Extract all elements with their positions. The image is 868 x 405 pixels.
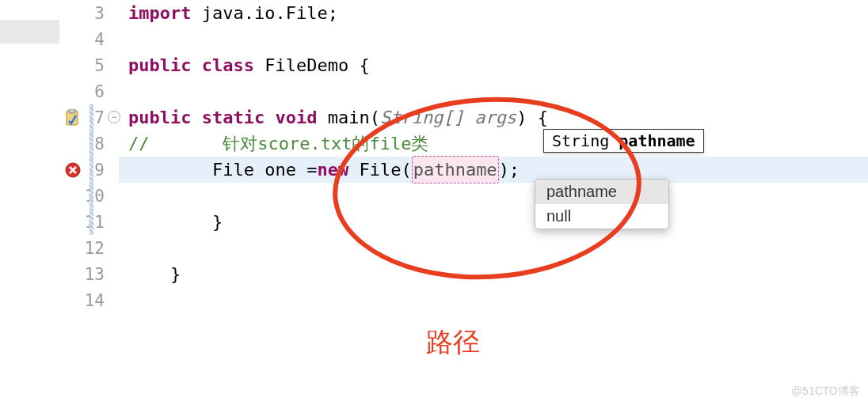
keyword: public (128, 104, 191, 131)
brace: } (128, 209, 223, 235)
line-number: 14 (81, 291, 105, 310)
gutter-row[interactable]: 9 (0, 157, 119, 183)
code-line[interactable] (119, 287, 868, 313)
autocomplete-popup[interactable]: pathname null (535, 179, 669, 229)
code-text: java.io.File; (191, 0, 337, 26)
code-line[interactable] (119, 26, 868, 52)
autocomplete-item[interactable]: pathname (535, 180, 668, 204)
keyword: public (128, 52, 191, 78)
line-number: 5 (81, 56, 105, 75)
gutter-row[interactable]: 5 (0, 52, 119, 78)
line-number: 13 (81, 265, 105, 284)
keyword: import (128, 0, 191, 26)
code-line[interactable] (119, 78, 868, 104)
parameter-info-tooltip: String pathname (543, 129, 704, 153)
code-line-active[interactable]: File one =new File(pathname); (119, 157, 868, 183)
method-name: main (317, 104, 369, 131)
gutter-row[interactable]: 14 (0, 287, 119, 313)
gutter-row[interactable]: 3 (0, 0, 119, 26)
selected-argument[interactable]: pathname (412, 156, 499, 184)
svg-rect-1 (69, 109, 75, 113)
code-area[interactable]: import java.io.File; public class FileDe… (119, 0, 868, 405)
gutter-row[interactable]: 4 (0, 26, 119, 52)
keyword: static (191, 104, 265, 131)
change-marker (89, 104, 93, 131)
code-line[interactable]: import java.io.File; (119, 0, 868, 26)
gutter-row[interactable]: 10 (0, 183, 119, 209)
brace: { (359, 52, 369, 78)
clipboard-icon (62, 104, 84, 131)
keyword: void (265, 104, 317, 131)
change-marker (89, 131, 93, 157)
tooltip-type: String (552, 131, 619, 150)
keyword: new (317, 157, 359, 183)
comment-slash: // (128, 131, 150, 157)
gutter-row[interactable]: 12 (0, 235, 119, 261)
keyword: class (191, 52, 253, 78)
line-number: 3 (81, 4, 105, 23)
error-icon[interactable] (62, 157, 84, 183)
code-line[interactable]: public static void main(String[] args) { (119, 104, 868, 131)
code-line[interactable] (119, 235, 868, 261)
comment-text: 针对score.txt的file类 (150, 131, 429, 157)
class-name: FileDemo (254, 52, 359, 78)
change-marker (89, 183, 93, 209)
code-line[interactable]: } (119, 209, 868, 235)
code-line[interactable]: } (119, 261, 868, 287)
gutter-row[interactable]: 13 (0, 261, 119, 287)
brace: { (538, 104, 548, 131)
gutter-row[interactable]: 11 (0, 209, 119, 235)
annotation-label: 路径 (426, 324, 480, 361)
line-number: 12 (81, 239, 105, 258)
tooltip-param: pathname (619, 131, 695, 150)
change-marker (89, 209, 93, 235)
gutter-row[interactable]: 6 (0, 78, 119, 104)
watermark: @51CTO博客 (791, 384, 860, 399)
gutter-row[interactable]: 7 － (0, 104, 119, 131)
param-name: args (464, 104, 516, 131)
gutter: 3 4 5 6 7 － 8 9 10 11 12 13 14 (0, 0, 119, 405)
param-type: String[] (380, 104, 464, 131)
line-number: 4 (81, 30, 105, 49)
line-number: 6 (81, 82, 105, 101)
autocomplete-item[interactable]: null (535, 204, 668, 229)
code-line[interactable]: public class FileDemo { (119, 52, 868, 78)
gutter-row[interactable]: 8 (0, 131, 119, 157)
code-line[interactable]: // 针对score.txt的file类 (119, 131, 868, 157)
code-line[interactable] (119, 183, 868, 209)
brace: } (128, 261, 181, 287)
change-marker (89, 157, 93, 183)
